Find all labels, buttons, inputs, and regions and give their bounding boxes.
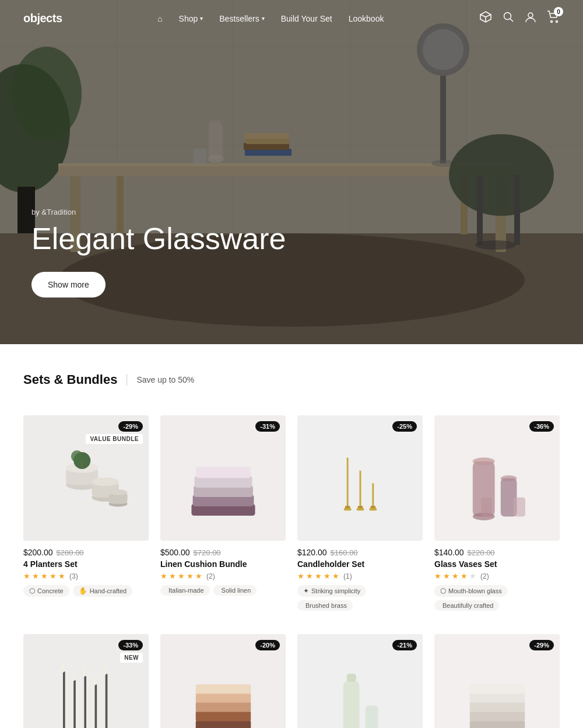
svg-rect-82 — [63, 671, 65, 728]
discount-badge: -21% — [392, 640, 417, 650]
nav-home[interactable]: ⌂ — [157, 14, 162, 23]
product-rating: ★★★★★ (1) — [297, 572, 423, 580]
product-card[interactable]: -29% VALUE BUNDLE $200.00$280.00 4 Plant… — [23, 415, 149, 611]
svg-rect-97 — [343, 680, 359, 728]
product-image: -29% VALUE BUNDLE — [23, 415, 149, 541]
original-price: $720.00 — [194, 548, 221, 557]
user-icon[interactable] — [525, 11, 536, 26]
svg-line-3 — [486, 15, 491, 17]
hero-content: by &Tradition Elegant Glassware Show mor… — [31, 208, 286, 298]
product-rating: ★★★★★ (2) — [434, 572, 560, 580]
product-image: -36% — [434, 415, 560, 541]
svg-rect-104 — [469, 684, 525, 694]
nav-build-your-set[interactable]: Build Your Set — [281, 14, 332, 23]
discount-badge: -33% — [118, 640, 143, 650]
star-half: ★ — [58, 572, 65, 580]
product-rating: ★★★★★ (2) — [160, 572, 286, 580]
product-tag: Italian-made — [160, 585, 210, 596]
nav-lookbook[interactable]: Lookbook — [349, 14, 384, 23]
product-price: $500.00$720.00 — [160, 548, 286, 557]
product-card[interactable]: -25% $120.00$160.00 Candleholder Set ★★★… — [297, 415, 423, 611]
discount-badge: -25% — [392, 421, 417, 432]
svg-rect-84 — [84, 676, 86, 728]
svg-point-8 — [556, 21, 557, 23]
product-image: -29% — [434, 634, 560, 728]
product-tags: Italian-madeSolid linen — [160, 585, 286, 596]
svg-point-76 — [472, 457, 494, 465]
original-price: $280.00 — [57, 548, 84, 557]
product-card[interactable]: -21% — [297, 634, 423, 728]
svg-rect-69 — [356, 508, 364, 510]
star-empty: ★ — [469, 572, 476, 580]
discount-badge: -20% — [255, 640, 280, 650]
product-card[interactable]: -31% $500.00$720.00 Linen Cushion Bundle… — [160, 415, 286, 611]
review-count: (2) — [206, 572, 215, 580]
star-filled: ★ — [452, 572, 459, 580]
product-tag: ✋Hand-crafted — [73, 585, 133, 597]
product-image-bg — [434, 415, 560, 541]
product-card[interactable]: -20% — [160, 634, 286, 728]
hero-title: Elegant Glassware — [31, 222, 286, 256]
product-tag: Solid linen — [213, 585, 257, 596]
svg-line-5 — [510, 19, 513, 22]
star-filled: ★ — [169, 572, 176, 580]
svg-point-6 — [528, 13, 533, 18]
hero-section: by &Tradition Elegant Glassware Show mor… — [0, 0, 583, 344]
svg-rect-90 — [94, 677, 96, 685]
main-nav: ⌂ Shop ▾ Bestsellers ▾ Build Your Set Lo… — [157, 14, 384, 23]
hero-brand: by &Tradition — [31, 208, 286, 216]
svg-rect-71 — [372, 482, 374, 508]
nav-bestsellers[interactable]: Bestsellers ▾ — [219, 14, 264, 23]
original-price: $220.00 — [468, 548, 495, 557]
product-tags: ⬡Concrete✋Hand-crafted — [23, 585, 149, 597]
product-tag: Beautifully crafted — [434, 600, 499, 611]
svg-rect-103 — [469, 692, 525, 702]
svg-point-79 — [500, 475, 517, 481]
review-count: (3) — [69, 572, 78, 580]
svg-rect-88 — [72, 672, 74, 681]
svg-rect-87 — [62, 664, 64, 673]
svg-rect-67 — [359, 470, 361, 508]
section-divider — [127, 374, 127, 386]
star-filled: ★ — [306, 572, 313, 580]
svg-rect-101 — [469, 711, 525, 721]
star-filled: ★ — [32, 572, 39, 580]
product-price: $120.00$160.00 — [297, 548, 423, 557]
svg-point-4 — [504, 13, 511, 20]
box-icon[interactable] — [479, 10, 492, 26]
product-card[interactable]: -29% — [434, 634, 560, 728]
bundle-badge: NEW — [120, 653, 143, 663]
product-price: $140.00$220.00 — [434, 548, 560, 557]
discount-badge: -36% — [529, 421, 554, 432]
star-filled: ★ — [50, 572, 57, 580]
svg-rect-66 — [347, 449, 348, 458]
star-filled: ★ — [434, 572, 441, 580]
svg-rect-98 — [346, 674, 356, 681]
star-filled: ★ — [23, 572, 30, 580]
header-icons: 0 — [479, 10, 560, 26]
chevron-down-icon: ▾ — [262, 15, 265, 22]
star-filled: ★ — [332, 572, 339, 580]
product-tag: ⬡Mouth-blown glass — [434, 585, 508, 597]
product-card[interactable]: -33% NEW — [23, 634, 149, 728]
svg-point-54 — [92, 477, 119, 486]
product-image-bg — [160, 415, 286, 541]
product-card[interactable]: -36% $140.00$220.00 Glass Vases Set ★★★★… — [434, 415, 560, 611]
star-filled: ★ — [315, 572, 322, 580]
svg-rect-96 — [195, 684, 251, 694]
star-filled: ★ — [187, 572, 194, 580]
svg-rect-74 — [373, 476, 374, 483]
svg-rect-100 — [469, 720, 525, 729]
review-count: (2) — [480, 572, 489, 580]
site-logo[interactable]: objects — [23, 12, 62, 25]
nav-shop[interactable]: Shop ▾ — [179, 14, 203, 23]
star-filled: ★ — [41, 572, 48, 580]
show-more-button[interactable]: Show more — [31, 272, 106, 298]
product-name: Glass Vases Set — [434, 559, 560, 569]
svg-rect-102 — [469, 702, 525, 712]
svg-rect-81 — [481, 497, 491, 516]
search-icon[interactable] — [503, 11, 514, 26]
svg-rect-92 — [195, 720, 251, 729]
cart-icon[interactable]: 0 — [547, 10, 560, 26]
cart-count: 0 — [554, 7, 563, 16]
